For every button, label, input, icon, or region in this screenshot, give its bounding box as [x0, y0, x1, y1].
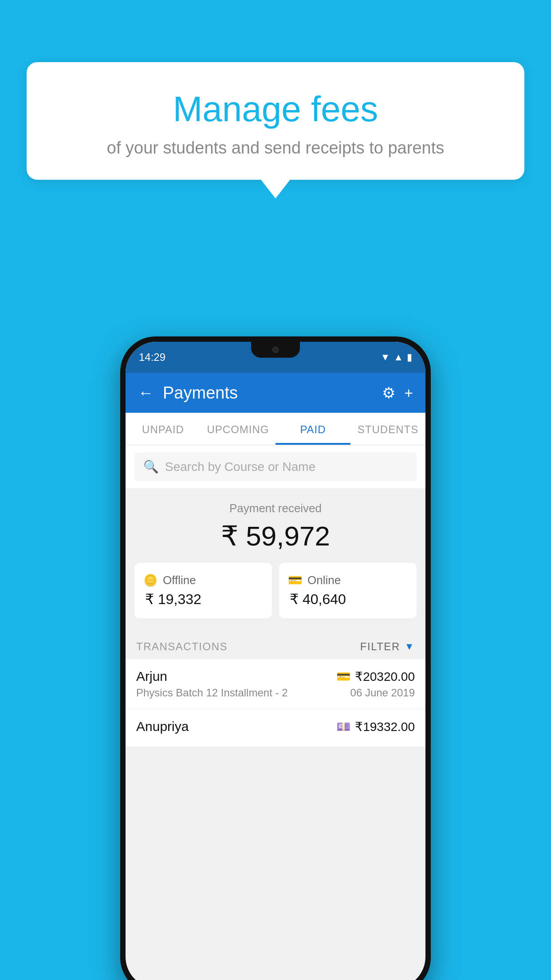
payment-cards: 🪙 Offline ₹ 19,332 💳 Online ₹ 40,640	[134, 563, 417, 618]
phone-frame: 14:29 ▼ ▲ ▮ ← Payments ⚙ + UNPAID UPCOMI…	[120, 336, 431, 980]
payment-type-icon-2: 💷	[336, 720, 350, 734]
tab-unpaid[interactable]: UNPAID	[126, 413, 201, 445]
tab-upcoming[interactable]: UPCOMING	[201, 413, 276, 445]
search-bar[interactable]: 🔍 Search by Course or Name	[134, 452, 417, 481]
offline-amount: ₹ 19,332	[143, 591, 263, 608]
phone-screen: 14:29 ▼ ▲ ▮ ← Payments ⚙ + UNPAID UPCOMI…	[126, 342, 425, 980]
camera-dot	[272, 347, 279, 353]
transaction-amount-anupriya: ₹19332.00	[355, 719, 415, 734]
bubble-title: Manage fees	[49, 89, 502, 130]
header-title: Payments	[163, 383, 373, 403]
app-header: ← Payments ⚙ +	[126, 373, 425, 413]
speech-bubble: Manage fees of your students and send re…	[27, 62, 524, 180]
settings-icon[interactable]: ⚙	[382, 384, 395, 402]
notch	[251, 342, 300, 358]
status-time: 14:29	[139, 351, 165, 364]
tabs-bar: UNPAID UPCOMING PAID STUDENTS	[126, 413, 425, 445]
transactions-header: TRANSACTIONS FILTER ▼	[126, 632, 425, 659]
payment-total: ₹ 59,972	[134, 520, 417, 552]
student-name-arjun: Arjun	[136, 669, 167, 684]
battery-icon: ▮	[407, 352, 412, 363]
payment-label: Payment received	[134, 502, 417, 515]
signal-icon: ▲	[394, 352, 403, 363]
back-button[interactable]: ←	[138, 383, 154, 402]
wifi-icon: ▼	[380, 352, 390, 363]
course-info-arjun: Physics Batch 12 Installment - 2	[136, 687, 287, 699]
online-icon: 💳	[288, 573, 302, 587]
filter-button[interactable]: FILTER ▼	[360, 640, 415, 653]
online-label: Online	[307, 573, 341, 587]
transaction-date-arjun: 06 June 2019	[350, 687, 415, 699]
transactions-label: TRANSACTIONS	[136, 640, 228, 653]
add-icon[interactable]: +	[404, 384, 413, 402]
filter-icon: ▼	[405, 641, 415, 652]
header-icons: ⚙ +	[382, 384, 413, 402]
payment-type-icon: 💳	[336, 670, 350, 684]
payment-summary: Payment received ₹ 59,972 🪙 Offline ₹ 19…	[126, 488, 425, 632]
filter-label: FILTER	[360, 640, 400, 653]
online-amount: ₹ 40,640	[288, 591, 408, 608]
tab-students[interactable]: STUDENTS	[350, 413, 425, 445]
search-placeholder: Search by Course or Name	[165, 460, 315, 474]
status-bar: 14:29 ▼ ▲ ▮	[126, 342, 425, 373]
offline-card: 🪙 Offline ₹ 19,332	[134, 563, 272, 618]
offline-label: Offline	[163, 573, 196, 587]
search-container: 🔍 Search by Course or Name	[126, 445, 425, 488]
offline-icon: 🪙	[143, 573, 157, 587]
amount-row-2: 💷 ₹19332.00	[336, 719, 415, 734]
amount-row: 💳 ₹20320.00	[336, 669, 415, 684]
bubble-subtitle: of your students and send receipts to pa…	[49, 138, 502, 158]
search-icon: 🔍	[143, 459, 159, 474]
status-icons: ▼ ▲ ▮	[380, 352, 412, 363]
transaction-row[interactable]: Anupriya 💷 ₹19332.00	[126, 709, 425, 747]
tab-paid[interactable]: PAID	[276, 413, 350, 445]
transaction-amount-arjun: ₹20320.00	[355, 669, 415, 684]
online-card: 💳 Online ₹ 40,640	[279, 563, 417, 618]
student-name-anupriya: Anupriya	[136, 719, 189, 734]
transaction-row[interactable]: Arjun 💳 ₹20320.00 Physics Batch 12 Insta…	[126, 659, 425, 709]
